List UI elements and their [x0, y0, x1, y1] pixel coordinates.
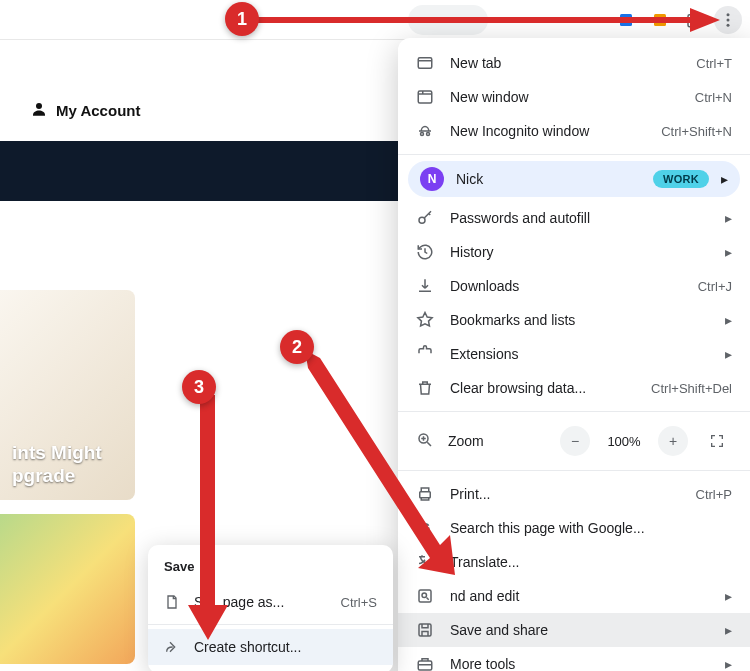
chevron-right-icon: ▸	[725, 346, 732, 362]
shortcut-icon	[164, 639, 180, 655]
menu-passwords[interactable]: Passwords and autofill ▸	[398, 201, 750, 235]
menu-label: Search this page with Google...	[450, 520, 732, 536]
star-icon	[416, 311, 434, 329]
svg-point-10	[419, 217, 425, 223]
menu-shortcut: Ctrl+T	[696, 56, 732, 71]
article-cards: ints Might pgrade	[0, 290, 135, 664]
menu-label: Extensions	[450, 346, 709, 362]
annotation-arrow-2	[300, 350, 460, 580]
menu-profile[interactable]: N Nick WORK ▸	[408, 161, 740, 197]
svg-point-3	[727, 18, 730, 21]
menu-label: Downloads	[450, 278, 682, 294]
zoom-in-button[interactable]: +	[658, 426, 688, 456]
my-account-label: My Account	[56, 102, 140, 119]
chevron-right-icon: ▸	[725, 210, 732, 226]
svg-rect-6	[418, 58, 432, 69]
menu-label: Bookmarks and lists	[450, 312, 709, 328]
submenu-save-page[interactable]: S page as... Ctrl+S	[148, 584, 393, 620]
chevron-right-icon: ▸	[725, 312, 732, 328]
menu-label: New window	[450, 89, 679, 105]
menu-find-edit[interactable]: nd and edit ▸	[398, 579, 750, 613]
menu-shortcut: Ctrl+Shift+Del	[651, 381, 732, 396]
svg-rect-7	[418, 91, 432, 103]
svg-rect-13	[419, 590, 431, 602]
menu-shortcut: Ctrl+J	[698, 279, 732, 294]
article-card-1[interactable]: ints Might pgrade	[0, 290, 135, 500]
chevron-right-icon: ▸	[721, 171, 728, 187]
fullscreen-button[interactable]	[702, 426, 732, 456]
page-icon	[164, 594, 180, 610]
menu-label: nd and edit	[450, 588, 709, 604]
svg-point-4	[727, 23, 730, 26]
history-icon	[416, 243, 434, 261]
annotation-marker-2: 2	[280, 330, 314, 364]
menu-history[interactable]: History ▸	[398, 235, 750, 269]
submenu-shortcut: Ctrl+S	[341, 595, 377, 610]
profile-badge: WORK	[653, 170, 709, 188]
find-icon	[416, 587, 434, 605]
tab-icon	[416, 54, 434, 72]
annotation-arrow-1	[250, 5, 720, 35]
svg-point-8	[421, 133, 424, 136]
profile-name: Nick	[456, 171, 641, 187]
menu-downloads[interactable]: Downloads Ctrl+J	[398, 269, 750, 303]
menu-label: Zoom	[448, 433, 546, 449]
svg-point-14	[422, 593, 427, 598]
annotation-marker-1: 1	[225, 2, 259, 36]
menu-shortcut: Ctrl+N	[695, 90, 732, 105]
person-icon	[30, 100, 48, 121]
menu-label: History	[450, 244, 709, 260]
avatar: N	[420, 167, 444, 191]
menu-label: New Incognito window	[450, 123, 645, 139]
menu-save-share[interactable]: Save and share ▸	[398, 613, 750, 647]
menu-bookmarks[interactable]: Bookmarks and lists ▸	[398, 303, 750, 337]
menu-label: Clear browsing data...	[450, 380, 635, 396]
submenu-create-shortcut[interactable]: Create shortcut...	[148, 629, 393, 665]
svg-point-2	[727, 13, 730, 16]
menu-new-incognito[interactable]: New Incognito window Ctrl+Shift+N	[398, 114, 750, 148]
menu-label: Translate...	[450, 554, 732, 570]
article-headline: ints Might pgrade	[0, 430, 135, 500]
menu-new-window[interactable]: New window Ctrl+N	[398, 80, 750, 114]
menu-label: More tools	[450, 656, 709, 671]
menu-new-tab[interactable]: New tab Ctrl+T	[398, 46, 750, 80]
window-icon	[416, 88, 434, 106]
toolbox-icon	[416, 655, 434, 671]
zoom-out-button[interactable]: −	[560, 426, 590, 456]
key-icon	[416, 209, 434, 227]
menu-label: New tab	[450, 55, 680, 71]
svg-point-5	[36, 103, 42, 109]
svg-point-9	[427, 133, 430, 136]
menu-label: Passwords and autofill	[450, 210, 709, 226]
chevron-right-icon: ▸	[725, 656, 732, 671]
menu-shortcut: Ctrl+Shift+N	[661, 124, 732, 139]
menu-label: Print...	[450, 486, 680, 502]
annotation-marker-3: 3	[182, 370, 216, 404]
menu-more-tools[interactable]: More tools ▸	[398, 647, 750, 671]
menu-shortcut: Ctrl+P	[696, 487, 732, 502]
chevron-right-icon: ▸	[725, 244, 732, 260]
article-card-2[interactable]	[0, 514, 135, 664]
annotation-arrow-3	[190, 395, 230, 640]
chevron-right-icon: ▸	[725, 622, 732, 638]
chevron-right-icon: ▸	[725, 588, 732, 604]
incognito-icon	[416, 122, 434, 140]
menu-label: Save and share	[450, 622, 709, 638]
zoom-value: 100%	[604, 434, 644, 449]
save-icon	[416, 621, 434, 639]
download-icon	[416, 277, 434, 295]
svg-rect-15	[419, 624, 431, 636]
submenu-label: Create shortcut...	[194, 639, 301, 655]
